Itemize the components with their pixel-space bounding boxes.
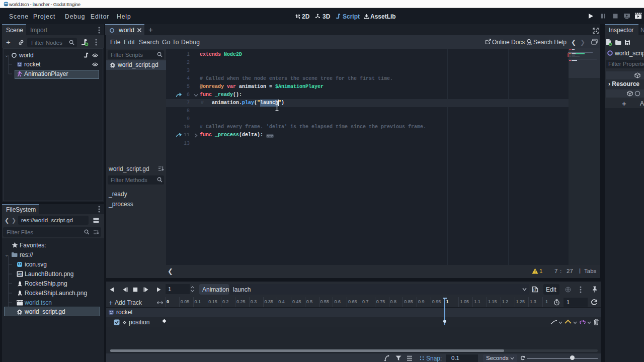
svg-text:AB: AB <box>18 273 23 276</box>
svg-text:DOC: DOC <box>527 43 532 45</box>
svg-text:D: D <box>533 288 536 292</box>
